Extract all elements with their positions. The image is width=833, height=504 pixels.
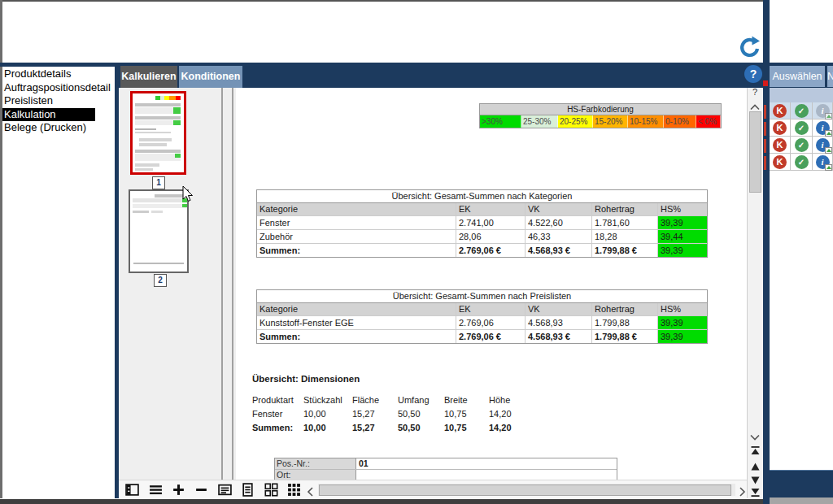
column-header: Kategorie bbox=[257, 303, 456, 315]
tab-kalkulieren[interactable]: Kalkulieren bbox=[120, 66, 177, 88]
info-image-icon[interactable]: i bbox=[813, 102, 833, 119]
legend-cell: 25-30% bbox=[521, 115, 558, 128]
preview-green bbox=[173, 107, 181, 114]
horizontal-scrollbar[interactable] bbox=[318, 484, 735, 496]
grid-row[interactable]: K ✓ i bbox=[770, 154, 833, 171]
sidebar-item-produktdetails[interactable]: Produktdetails bbox=[2, 67, 115, 81]
legend-cell: 20-25% bbox=[558, 115, 593, 128]
dimensions-header-row: Produktart Stückzahl Fläche Umfang Breit… bbox=[252, 394, 530, 406]
scrollbar-thumb[interactable] bbox=[749, 111, 761, 193]
continuous-view-icon[interactable] bbox=[149, 483, 163, 497]
previous-page-icon[interactable] bbox=[751, 459, 760, 474]
horizontal-scrollbar-thumb[interactable] bbox=[319, 484, 731, 496]
table-cell: 10,00 bbox=[303, 422, 352, 434]
next-column-header[interactable]: N bbox=[827, 66, 833, 87]
grid-row[interactable]: K ✓ i bbox=[770, 119, 833, 137]
sidebar-item-belege[interactable]: Belege (Drucken) bbox=[2, 121, 115, 135]
column-header: Fläche bbox=[352, 394, 398, 406]
column-header: EK bbox=[456, 203, 526, 215]
window-splitter-bar[interactable] bbox=[763, 0, 770, 504]
info-image-icon[interactable]: i bbox=[813, 119, 833, 137]
kalkulation-icon[interactable]: K bbox=[770, 102, 791, 119]
table-cell: Summen: bbox=[257, 330, 456, 343]
kalkulation-icon[interactable]: K bbox=[770, 137, 791, 154]
preview-green bbox=[173, 120, 181, 125]
toggle-thumbnails-icon[interactable] bbox=[125, 483, 139, 497]
hs-percent-cell: 39,39 bbox=[658, 244, 707, 257]
check-icon[interactable]: ✓ bbox=[791, 154, 813, 171]
table-cell: 10,00 bbox=[303, 408, 352, 420]
table-cell: 1.799,88 bbox=[592, 316, 658, 329]
sidebar-item-preislisten[interactable]: Preislisten bbox=[2, 94, 115, 108]
sidebar-item-auftragspositionsdetail[interactable]: Auftragspositionsdetail bbox=[2, 81, 115, 95]
table-cell: 10,75 bbox=[444, 422, 489, 434]
table-cell: 46,33 bbox=[526, 230, 592, 243]
table-row: Pos.-Nr.: 01 bbox=[275, 458, 617, 470]
legend-cell: 15-20% bbox=[593, 115, 628, 128]
right-panel-footer bbox=[770, 470, 833, 497]
field-label: Ort: bbox=[275, 470, 356, 480]
kalkulation-icon[interactable]: K bbox=[770, 154, 791, 171]
grid-row[interactable]: K ✓ i bbox=[770, 102, 833, 119]
page-number-2[interactable]: 2 bbox=[154, 274, 167, 287]
table-cell: 1.799,88 € bbox=[592, 330, 658, 343]
panel-splitter[interactable] bbox=[220, 88, 236, 480]
scroll-down-icon[interactable] bbox=[750, 429, 760, 444]
grid-row[interactable]: K ✓ i bbox=[770, 137, 833, 154]
select-column-header[interactable]: Auswählen bbox=[770, 66, 825, 87]
thumbnail-grid-icon[interactable] bbox=[287, 483, 301, 497]
hs-percent-cell: 39,44 bbox=[658, 230, 707, 243]
hs-percent-cell: 39,39 bbox=[658, 216, 707, 229]
zoom-in-icon[interactable] bbox=[172, 483, 185, 497]
page-thumbnail-1[interactable] bbox=[130, 91, 186, 175]
hscroll-left-icon[interactable] bbox=[307, 485, 314, 500]
sidebar-item-kalkulation[interactable]: Kalkulation bbox=[2, 108, 95, 122]
preview-rows bbox=[133, 198, 187, 202]
preview-line bbox=[139, 138, 172, 141]
table-cell: 4.568,93 bbox=[526, 316, 592, 329]
column-header: VK bbox=[526, 203, 592, 215]
table-cell: 10,75 bbox=[444, 408, 489, 420]
legend-cell: < 0% bbox=[696, 115, 721, 128]
clipped-k-icon bbox=[764, 122, 766, 136]
preview-line bbox=[135, 168, 153, 171]
scrollbar-help-icon[interactable]: ? bbox=[749, 87, 761, 97]
table-categories: Übersicht: Gesamt-Summen nach Kategorien… bbox=[256, 189, 708, 258]
info-image-icon[interactable]: i bbox=[813, 154, 833, 171]
splitter-line bbox=[232, 88, 233, 480]
dimensions-title: Übersicht: Dimensionen bbox=[252, 374, 360, 384]
hscroll-right-icon[interactable] bbox=[739, 485, 746, 500]
right-panel-filter-row bbox=[770, 88, 833, 102]
fit-width-icon[interactable] bbox=[218, 483, 232, 497]
app-top-bar bbox=[0, 63, 115, 67]
check-icon[interactable]: ✓ bbox=[791, 102, 813, 119]
check-icon[interactable]: ✓ bbox=[791, 119, 813, 137]
column-header: Umfang bbox=[398, 394, 444, 406]
table-cell: 2.769,06 bbox=[456, 316, 526, 329]
help-button[interactable]: ? bbox=[744, 65, 762, 83]
dimensions-row: Fenster 10,00 15,27 50,50 10,75 14,20 bbox=[252, 408, 530, 420]
page-number-1[interactable]: 1 bbox=[152, 176, 165, 189]
last-page-icon[interactable] bbox=[750, 486, 761, 501]
table-header-row: Kategorie EK VK Rohertrag HS% bbox=[257, 203, 707, 216]
check-icon[interactable]: ✓ bbox=[791, 137, 813, 154]
two-page-view-icon[interactable] bbox=[264, 483, 278, 497]
refresh-icon[interactable] bbox=[737, 36, 761, 60]
column-header: Kategorie bbox=[257, 203, 456, 215]
info-image-icon[interactable]: i bbox=[813, 137, 833, 154]
kalkulation-icon[interactable]: K bbox=[770, 119, 791, 137]
zoom-out-icon[interactable] bbox=[194, 483, 208, 497]
page-thumbnail-2[interactable] bbox=[129, 189, 189, 273]
table-row: Zubehör 28,06 46,33 18,28 39,44 bbox=[257, 230, 707, 244]
table-cell: 50,50 bbox=[398, 408, 444, 420]
window-top-border bbox=[0, 0, 763, 2]
table-total-row: Summen: 2.769,06 € 4.568,93 € 1.799,88 €… bbox=[257, 330, 707, 343]
table-cell: 4.522,60 bbox=[526, 216, 592, 229]
column-header: Rohertrag bbox=[592, 303, 658, 315]
preview-line bbox=[151, 211, 163, 213]
navigation-list: Produktdetails Auftragspositionsdetail P… bbox=[2, 67, 115, 497]
fit-page-icon[interactable] bbox=[241, 483, 255, 497]
first-page-icon[interactable] bbox=[750, 444, 761, 458]
tab-konditionen[interactable]: Konditionen bbox=[179, 66, 242, 88]
table-total-row: Summen: 2.769,06 € 4.568,93 € 1.799,88 €… bbox=[257, 244, 707, 257]
